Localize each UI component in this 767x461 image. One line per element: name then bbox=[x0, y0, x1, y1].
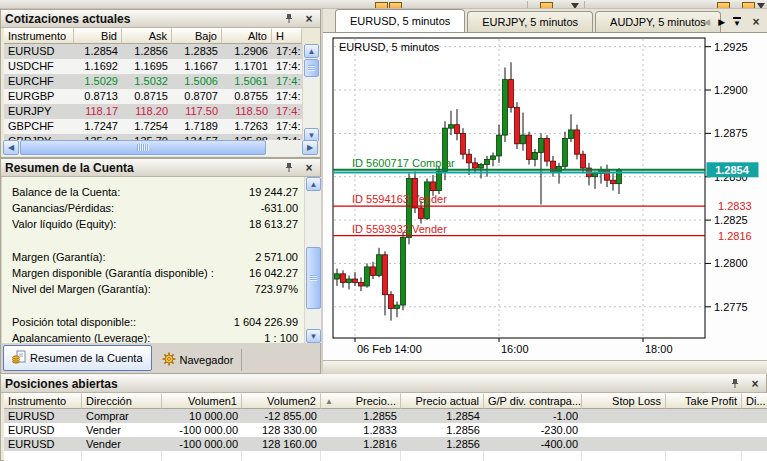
chart-close-icon[interactable]: × bbox=[749, 15, 763, 28]
tab-scroll-right-icon[interactable]: ▶ bbox=[718, 17, 725, 27]
candle-body bbox=[335, 274, 340, 279]
quote-row-EURGBP[interactable]: EURGBP0.87130.87150.87070.875517:4: bbox=[4, 89, 302, 104]
quote-row-GBPCHF[interactable]: GBPCHF1.72471.72541.71891.726317:4: bbox=[4, 119, 302, 134]
positions-col-precio-[interactable]: ▲Precio... bbox=[321, 393, 401, 409]
positions-col-stop-loss[interactable]: Stop Loss bbox=[582, 393, 666, 409]
quotes-v-scrollbar[interactable]: ▲ ▼ bbox=[302, 44, 319, 142]
candle-body bbox=[419, 208, 424, 218]
close-icon[interactable]: × bbox=[302, 161, 316, 174]
toolbar-icon[interactable] bbox=[717, 2, 730, 9]
toolbar-icon[interactable] bbox=[742, 2, 755, 9]
positions-col-precio-actual[interactable]: Precio actual bbox=[401, 393, 484, 409]
position-row[interactable]: EURUSDVender-100 000.00128 160.001.28161… bbox=[4, 437, 767, 451]
candle-body bbox=[503, 80, 508, 135]
pin-icon[interactable] bbox=[728, 377, 742, 390]
positions-col-instrumento[interactable]: Instrumento bbox=[4, 393, 82, 409]
quotes-panel-titlebar[interactable]: Cotizaciones actuales × bbox=[1, 10, 320, 28]
positions-col-volumen2[interactable]: Volumen2 bbox=[242, 393, 321, 409]
scroll-up-icon[interactable]: ▲ bbox=[304, 44, 319, 58]
navigator-icon bbox=[162, 352, 176, 368]
scroll-left-icon[interactable]: ◀ bbox=[3, 140, 19, 155]
quote-row-EURUSD[interactable]: EURUSD1.28541.28561.28351.290617:4: bbox=[4, 44, 302, 59]
tab-navegador[interactable]: Navegador bbox=[154, 349, 243, 371]
chart-title: EURUSD, 5 minutos bbox=[339, 41, 440, 53]
chart-tab-eurusd[interactable]: EURUSD, 5 minutos bbox=[335, 9, 465, 32]
quotes-h-scrollbar[interactable]: ◀ ▶ bbox=[3, 140, 318, 156]
col-label: Volumen2 bbox=[267, 395, 316, 407]
quote-cell-instrument: EURUSD bbox=[4, 44, 74, 59]
quote-row-EURCHF[interactable]: EURCHF1.50291.50321.50061.506117:4: bbox=[4, 74, 302, 89]
scroll-right-icon[interactable]: ▶ bbox=[302, 140, 318, 155]
quotes-col-time[interactable]: H bbox=[272, 28, 302, 44]
quote-cell-bid: 0.8713 bbox=[74, 89, 122, 104]
quote-cell-high: 1.1701 bbox=[222, 59, 272, 74]
toolbar-icon[interactable] bbox=[375, 2, 388, 9]
scroll-up-icon[interactable]: ▲ bbox=[306, 177, 321, 191]
candle-body bbox=[491, 156, 496, 159]
quote-cell-high: 1.7263 bbox=[222, 119, 272, 134]
scrollbar-thumb[interactable] bbox=[306, 247, 321, 309]
quote-cell-bid: 118.17 bbox=[74, 104, 122, 119]
chart-plot-area[interactable] bbox=[333, 38, 705, 338]
empty-cell bbox=[742, 451, 767, 461]
positions-col-di-[interactable]: Di... bbox=[742, 393, 767, 409]
position-cell bbox=[582, 409, 666, 423]
positions-col-direcci-n[interactable]: Dirección bbox=[82, 393, 162, 409]
positions-col-g-p-div-contrapa-[interactable]: G/P div. contrapa... bbox=[484, 393, 582, 409]
x-tick-label: 18:00 bbox=[645, 343, 673, 355]
quotes-table-header[interactable]: InstrumentoBidAskBajoAltoH bbox=[4, 28, 302, 44]
scrollbar-thumb[interactable] bbox=[304, 59, 319, 77]
trading-app-window: { "quotes_panel": { "title": "Cotizacion… bbox=[0, 0, 767, 461]
close-icon[interactable]: × bbox=[302, 12, 316, 25]
toolbar-icon[interactable] bbox=[540, 2, 553, 9]
positions-panel-titlebar[interactable]: Posiciones abiertas × bbox=[1, 375, 766, 393]
candle-body bbox=[569, 130, 574, 139]
current-price-badge-value: 1.2854 bbox=[715, 164, 750, 176]
account-row-label: Posición total disponible:: bbox=[12, 314, 136, 330]
col-label: Di... bbox=[746, 395, 766, 407]
quotes-panel-title: Cotizaciones actuales bbox=[5, 12, 130, 26]
tab-scroll-left-icon[interactable]: ◀ bbox=[703, 17, 710, 27]
y-tick-label: 1.2900 bbox=[714, 84, 748, 96]
quote-cell-ask: 1.5032 bbox=[122, 74, 172, 89]
account-panel-titlebar[interactable]: Resumen de la Cuenta × bbox=[1, 159, 320, 177]
quote-cell-low: 1.5006 bbox=[172, 74, 222, 89]
empty-cell bbox=[162, 451, 242, 461]
toolbar-icon[interactable] bbox=[389, 2, 402, 9]
positions-col-volumen1[interactable]: Volumen1 bbox=[162, 393, 242, 409]
close-icon[interactable]: × bbox=[748, 377, 762, 390]
quote-cell-high: 0.8755 bbox=[222, 89, 272, 104]
chart-client-area[interactable]: ID 5600717 ComprarID 5594163 VenderID 55… bbox=[323, 33, 767, 360]
positions-table-header[interactable]: InstrumentoDirecciónVolumen1Volumen2▲Pre… bbox=[4, 393, 767, 409]
candle-body bbox=[365, 267, 370, 286]
quotes-col-high[interactable]: Alto bbox=[222, 28, 272, 44]
pin-icon[interactable] bbox=[282, 161, 296, 174]
col-label: Instrumento bbox=[8, 395, 66, 407]
col-label: Precio actual bbox=[415, 395, 479, 407]
sort-asc-icon: ▲ bbox=[325, 394, 333, 409]
quotes-col-instrument[interactable]: Instrumento bbox=[4, 28, 74, 44]
tab-list-icon[interactable]: ▼ bbox=[733, 17, 741, 27]
chart-tab-nav: ◀ ▶ ▼ × bbox=[703, 15, 763, 28]
scroll-down-icon[interactable]: ▼ bbox=[306, 329, 321, 343]
quote-cell-time: 17:4: bbox=[272, 104, 302, 119]
quote-row-EURJPY[interactable]: EURJPY118.17118.20117.50118.5017:4: bbox=[4, 104, 302, 119]
quote-row-USDCHF[interactable]: USDCHF1.16921.16951.16671.170117:4: bbox=[4, 59, 302, 74]
scrollbar-thumb[interactable] bbox=[20, 140, 266, 155]
candlestick-chart[interactable]: ID 5600717 ComprarID 5594163 VenderID 55… bbox=[323, 33, 767, 360]
account-v-scrollbar[interactable]: ▲ ▼ bbox=[304, 177, 321, 343]
position-row[interactable]: EURUSDComprar10 000.00-12 855.001.28551.… bbox=[4, 409, 767, 423]
quotes-col-bid[interactable]: Bid bbox=[74, 28, 122, 44]
quotes-col-ask[interactable]: Ask bbox=[122, 28, 172, 44]
chart-tab-audjpy[interactable]: AUDJPY, 5 minutos bbox=[595, 11, 721, 32]
candle-body bbox=[455, 125, 460, 134]
quotes-col-low[interactable]: Bajo bbox=[172, 28, 222, 44]
position-row[interactable]: EURUSDVender-100 000.00128 330.001.28331… bbox=[4, 423, 767, 437]
pin-icon[interactable] bbox=[282, 12, 296, 25]
quote-cell-bid: 1.5029 bbox=[74, 74, 122, 89]
chart-tab-eurjpy[interactable]: EURJPY, 5 minutos bbox=[467, 11, 593, 32]
account-row-value: -631.00 bbox=[261, 200, 298, 216]
tab-resumen-de-la-cuenta[interactable]: Resumen de la Cuenta bbox=[3, 345, 152, 371]
positions-col-take-profit[interactable]: Take Profit bbox=[666, 393, 742, 409]
quote-cell-high: 1.5061 bbox=[222, 74, 272, 89]
